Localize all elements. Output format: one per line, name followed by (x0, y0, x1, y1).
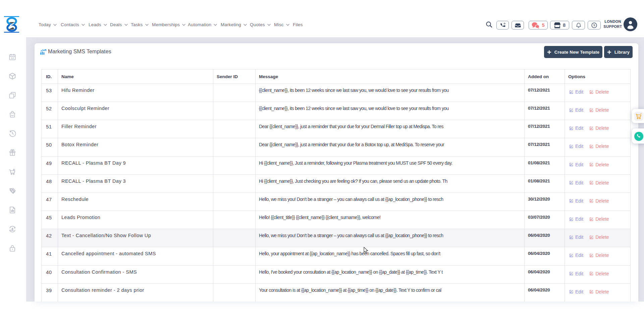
svg-text:12: 12 (11, 57, 14, 60)
svg-text:?: ? (593, 23, 595, 27)
